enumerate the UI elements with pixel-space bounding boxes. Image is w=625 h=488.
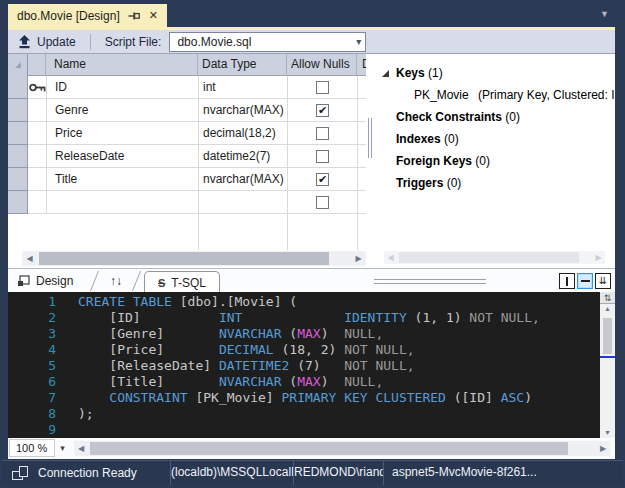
grid-cell-default[interactable] <box>357 145 366 168</box>
grid-cell-data-type[interactable]: nvarchar(MAX) <box>198 168 287 191</box>
tree-item[interactable]: Triggers (0) <box>374 172 615 194</box>
scrollbar-thumb[interactable] <box>90 442 568 455</box>
grid-cell-allow-nulls: ✔ <box>287 168 357 191</box>
pane-grip-line[interactable] <box>374 279 486 280</box>
scrollbar-thumb[interactable] <box>603 318 612 354</box>
status-server: (localdb)\MSSQLLocalDB <box>170 461 293 485</box>
grid-cell-name[interactable]: ReleaseDate <box>46 145 198 168</box>
code-line: 6 [Title] NVARCHAR (MAX) NULL, <box>8 374 600 390</box>
pane-grip-line[interactable] <box>374 283 486 284</box>
tree-item-label: Check Constraints <box>396 110 502 124</box>
grid-cell-name[interactable]: ID <box>46 76 198 99</box>
tsql-tab-label: T-SQL <box>171 276 206 290</box>
document-well-dropdown-icon[interactable]: ▼ <box>600 8 609 20</box>
scrollbar-thumb[interactable] <box>39 252 329 265</box>
grid-cell-default[interactable] <box>357 99 366 122</box>
tree-item[interactable]: Keys (1) <box>374 62 615 84</box>
tab-tsql[interactable]: S T-SQL <box>144 271 220 293</box>
column-header-data-type[interactable]: Data Type <box>198 54 287 76</box>
grid-cell-data-type[interactable]: decimal(18,2) <box>198 122 287 145</box>
grid-cell-allow-nulls <box>287 76 357 99</box>
pin-icon[interactable] <box>128 10 141 22</box>
scroll-right-icon[interactable]: ▶ <box>592 251 605 264</box>
tsql-code-editor[interactable]: 1CREATE TABLE [dbo].[Movie] (2 [ID] INT … <box>8 292 600 438</box>
code-horizontal-scrollbar[interactable]: ◀ ▶ <box>74 441 610 456</box>
allow-nulls-checkbox[interactable]: ✔ <box>316 173 329 186</box>
row-icon-cell <box>28 168 46 191</box>
update-button[interactable]: Update <box>8 30 86 53</box>
swap-panes-button[interactable]: ↑↓ <box>110 269 122 292</box>
grid-panel-splitter[interactable] <box>366 54 374 268</box>
grid-icon-column-header[interactable] <box>28 54 46 76</box>
grid-cell-default[interactable] <box>357 76 366 99</box>
column-header-allow-nulls[interactable]: Allow Nulls <box>287 54 357 76</box>
scroll-left-icon[interactable]: ◀ <box>22 251 37 266</box>
code-line: 7 CONSTRAINT [PK_Movie] PRIMARY KEY CLUS… <box>8 390 600 406</box>
column-header-default[interactable]: D <box>357 54 366 76</box>
caret-position-marker <box>600 356 615 358</box>
grid-cell-name[interactable]: Price <box>46 122 198 145</box>
scroll-right-icon[interactable]: ▶ <box>596 441 610 456</box>
row-header[interactable] <box>8 99 28 122</box>
scrollbar-splitter-icon[interactable]: ⇅ <box>600 292 615 304</box>
update-icon <box>18 35 31 49</box>
row-header[interactable] <box>8 76 28 99</box>
vertical-split-button[interactable] <box>559 273 575 289</box>
tree-item[interactable]: Check Constraints (0) <box>374 106 615 128</box>
tree-item[interactable]: Foreign Keys (0) <box>374 150 615 172</box>
grid-cell-name[interactable] <box>46 191 198 214</box>
row-icon-cell <box>28 122 46 145</box>
table-row: Pricedecimal(18,2) <box>8 122 366 145</box>
code-text: ); <box>78 406 94 421</box>
dropdown-caret-icon[interactable]: ▾ <box>356 36 361 47</box>
grid-cell-data-type[interactable]: nvarchar(MAX) <box>198 99 287 122</box>
design-pane-icon <box>18 275 30 287</box>
grid-cell-data-type[interactable]: int <box>198 76 287 99</box>
row-header[interactable] <box>8 191 28 214</box>
close-icon[interactable]: ✕ <box>149 9 158 22</box>
allow-nulls-checkbox[interactable] <box>316 127 329 140</box>
key-name: PK_Movie <box>414 88 478 102</box>
grid-horizontal-scrollbar[interactable]: ◀ ▶ <box>22 251 366 266</box>
horizontal-split-button[interactable] <box>577 273 593 289</box>
tree-item[interactable]: Indexes (0) <box>374 128 615 150</box>
allow-nulls-checkbox[interactable]: ✔ <box>316 104 329 117</box>
allow-nulls-checkbox[interactable] <box>316 196 329 209</box>
code-vertical-scrollbar[interactable]: ⇅ ▲ ▼ <box>600 292 615 438</box>
allow-nulls-checkbox[interactable] <box>316 150 329 163</box>
status-database: aspnet5-MvcMovie-8f261... <box>383 461 623 485</box>
design-tab-label: Design <box>36 274 73 288</box>
grid-cell-name[interactable]: Title <box>46 168 198 191</box>
tree-child-item[interactable]: PK_Movie(Primary Key, Clustered: I <box>374 84 615 106</box>
scrollbar-thumb[interactable] <box>399 252 579 263</box>
panel-horizontal-scrollbar[interactable]: ◀ ▶ <box>384 251 605 264</box>
grid-column-line <box>198 214 199 250</box>
scroll-left-icon[interactable]: ◀ <box>74 441 88 456</box>
scroll-left-icon[interactable]: ◀ <box>384 251 397 264</box>
grid-cell-default[interactable] <box>357 122 366 145</box>
row-header[interactable] <box>8 168 28 191</box>
grid-corner-header[interactable] <box>8 54 28 76</box>
zoom-level-control[interactable]: 100 % <box>9 439 55 457</box>
collapse-pane-button[interactable]: ⇊ <box>595 273 611 289</box>
column-header-name[interactable]: Name <box>46 54 198 76</box>
scroll-up-icon[interactable]: ▲ <box>600 305 615 312</box>
code-line: 4 [Price] DECIMAL (18, 2) NOT NULL, <box>8 342 600 358</box>
expanded-triangle-icon[interactable] <box>382 70 389 77</box>
row-header[interactable] <box>8 145 28 168</box>
zoom-caret-icon[interactable]: ▾ <box>55 439 70 457</box>
grid-cell-data-type[interactable]: datetime2(7) <box>198 145 287 168</box>
document-tab[interactable]: dbo.Movie [Design] ✕ <box>8 4 167 27</box>
table-row: Titlenvarchar(MAX)✔ <box>8 168 366 191</box>
tab-design[interactable]: Design <box>18 269 73 292</box>
scroll-down-icon[interactable]: ▼ <box>600 429 615 436</box>
script-file-dropdown[interactable]: dbo.Movie.sql ▾ <box>169 32 366 52</box>
allow-nulls-checkbox[interactable] <box>316 81 329 94</box>
row-header[interactable] <box>8 122 28 145</box>
grid-cell-default[interactable] <box>357 191 366 214</box>
scroll-right-icon[interactable]: ▶ <box>351 251 366 266</box>
grid-cell-default[interactable] <box>357 168 366 191</box>
splitter-grip-icon <box>371 118 372 158</box>
grid-cell-data-type[interactable] <box>198 191 287 214</box>
grid-cell-name[interactable]: Genre <box>46 99 198 122</box>
